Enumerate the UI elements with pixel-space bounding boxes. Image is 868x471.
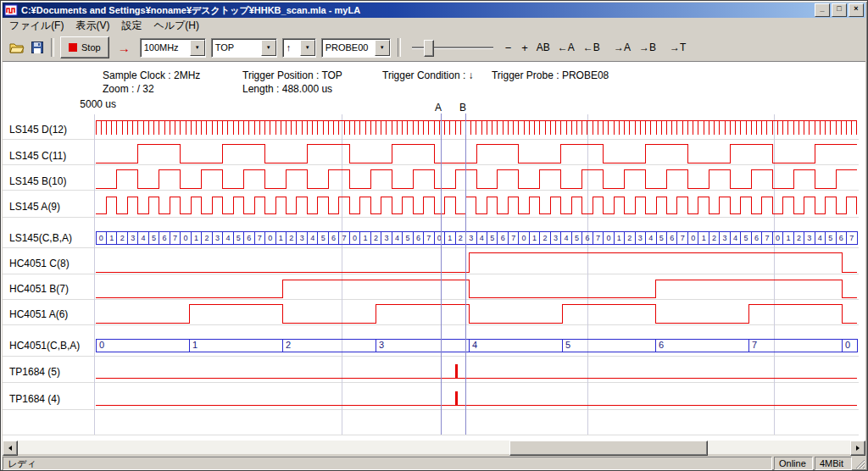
svg-text:0: 0: [184, 234, 188, 242]
svg-text:3: 3: [554, 234, 558, 242]
goto-a-left-button[interactable]: ←A: [554, 37, 579, 58]
folder-open-icon: [9, 42, 25, 53]
svg-text:6: 6: [331, 234, 336, 242]
svg-text:7: 7: [849, 234, 854, 242]
chevron-down-icon[interactable]: ▼: [261, 40, 276, 56]
run-button[interactable]: →: [111, 37, 137, 58]
chevron-down-icon[interactable]: ▼: [300, 40, 315, 56]
trigger-position-text: Trigger Position : TOP: [242, 69, 342, 82]
trigger-condition-text: Trigger Condition : ↓: [382, 69, 474, 81]
svg-text:5000 us: 5000 us: [80, 98, 116, 110]
svg-text:7: 7: [173, 234, 177, 242]
maximize-button[interactable]: □: [832, 3, 847, 17]
svg-text:6: 6: [670, 234, 674, 242]
scroll-thumb[interactable]: [509, 441, 708, 456]
menu-item-settings[interactable]: 設定: [115, 17, 147, 35]
info-panel-middle: Trigger Position : TOP Length : 488.000 …: [242, 69, 342, 96]
statusbar: レディ Online 4MBit: [3, 454, 865, 471]
close-button[interactable]: ×: [849, 3, 864, 17]
goto-trigger-button[interactable]: →T: [665, 37, 690, 58]
svg-text:1: 1: [532, 234, 537, 242]
svg-text:6: 6: [501, 234, 505, 242]
svg-text:6: 6: [585, 234, 589, 242]
stop-button[interactable]: Stop: [60, 36, 109, 58]
app-window: C:¥Documents and Settings¥noname¥デスクトップ¥…: [0, 0, 868, 471]
horizontal-scrollbar[interactable]: [3, 441, 865, 454]
marker-a[interactable]: A: [435, 102, 442, 435]
svg-text:4: 4: [565, 234, 569, 242]
chevron-down-icon[interactable]: ▼: [190, 40, 205, 56]
svg-text:4: 4: [733, 234, 737, 242]
svg-text:0: 0: [691, 234, 695, 242]
svg-text:2: 2: [120, 234, 125, 242]
minimize-button[interactable]: _: [815, 3, 830, 17]
zoom-out-button[interactable]: −: [500, 37, 517, 58]
svg-text:6: 6: [247, 234, 251, 242]
zoom-in-button[interactable]: +: [516, 37, 533, 58]
svg-text:1: 1: [192, 340, 198, 350]
menu-item-help[interactable]: ヘルプ(H): [147, 17, 205, 35]
svg-text:2: 2: [289, 234, 293, 242]
open-button[interactable]: [6, 37, 28, 58]
goto-b-left-button[interactable]: ←B: [579, 37, 604, 58]
svg-text:LS145(C,B,A): LS145(C,B,A): [9, 232, 72, 244]
svg-text:7: 7: [511, 234, 515, 242]
toolbar: Stop → 100MHz ▼ TOP ▼ ↑ ▼ PROBE00 ▼ − + …: [3, 34, 865, 62]
svg-text:3: 3: [469, 234, 473, 242]
stop-icon: [69, 43, 77, 52]
svg-text:6: 6: [163, 234, 167, 242]
toolbar-separator: [398, 38, 401, 57]
scroll-right-button[interactable]: [850, 441, 865, 456]
chevron-down-icon[interactable]: ▼: [375, 40, 390, 56]
svg-text:4: 4: [480, 234, 484, 242]
waveform-display[interactable]: 5000 usLS145 D(12)LS145 C(11)LS145 B(10)…: [3, 94, 864, 438]
status-ready: レディ: [3, 457, 772, 470]
svg-text:0: 0: [776, 234, 780, 242]
svg-text:HC4051 C(8): HC4051 C(8): [9, 258, 70, 269]
svg-text:3: 3: [131, 234, 135, 242]
arrow-left-icon: [7, 445, 14, 452]
slider-handle[interactable]: [424, 40, 434, 57]
status-online: Online: [774, 457, 813, 470]
goto-a-right-button[interactable]: →A: [609, 37, 635, 58]
arrow-right-icon: [854, 445, 861, 452]
marker-b[interactable]: B: [459, 102, 466, 435]
goto-b-right-button[interactable]: →B: [635, 37, 660, 58]
svg-text:TP1684 (5): TP1684 (5): [9, 366, 60, 378]
svg-text:4: 4: [395, 234, 399, 242]
trigger-position-select[interactable]: TOP ▼: [211, 38, 277, 58]
svg-text:1: 1: [702, 234, 706, 242]
svg-text:6: 6: [839, 234, 843, 242]
svg-text:B: B: [459, 102, 466, 114]
svg-text:1: 1: [786, 234, 790, 242]
svg-text:LS145 B(10): LS145 B(10): [9, 175, 66, 187]
svg-text:0: 0: [99, 234, 103, 242]
svg-text:2: 2: [286, 340, 291, 350]
svg-text:5: 5: [321, 234, 326, 242]
svg-text:3: 3: [300, 234, 304, 242]
scroll-left-button[interactable]: [3, 441, 18, 456]
svg-text:1: 1: [364, 234, 368, 242]
save-button[interactable]: [28, 37, 47, 58]
svg-text:1: 1: [448, 234, 452, 242]
svg-text:0: 0: [522, 234, 526, 242]
svg-text:5: 5: [490, 234, 494, 242]
svg-text:2: 2: [627, 234, 632, 242]
svg-text:HC4051(C,B,A): HC4051(C,B,A): [9, 340, 80, 352]
svg-text:2: 2: [797, 234, 801, 242]
probe-select[interactable]: PROBE00 ▼: [321, 38, 391, 58]
resize-grip[interactable]: [854, 457, 865, 470]
svg-text:6: 6: [754, 234, 759, 242]
zoom-slider[interactable]: [412, 38, 493, 57]
ab-markers-button[interactable]: AB: [533, 37, 554, 58]
svg-text:1: 1: [617, 234, 621, 242]
clock-rate-select[interactable]: 100MHz ▼: [140, 38, 206, 58]
svg-text:HC4051 A(6): HC4051 A(6): [9, 308, 68, 320]
svg-text:1: 1: [279, 234, 283, 242]
svg-text:4: 4: [310, 234, 314, 242]
svg-text:7: 7: [258, 234, 262, 242]
trigger-edge-select[interactable]: ↑ ▼: [282, 38, 316, 58]
menu-item-view[interactable]: 表示(V): [70, 17, 115, 35]
menu-item-file[interactable]: ファイル(F): [3, 17, 70, 35]
svg-text:4: 4: [225, 234, 230, 242]
